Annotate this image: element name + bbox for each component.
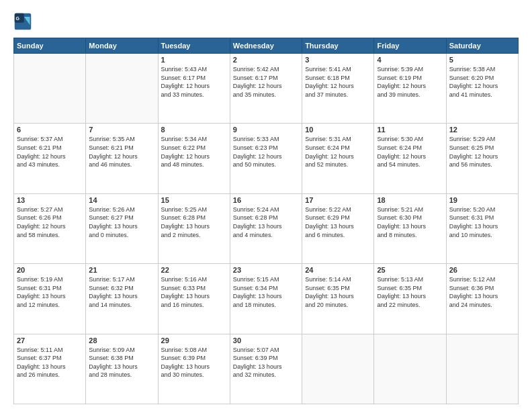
- day-number: 29: [161, 336, 227, 345]
- day-number: 1: [161, 56, 227, 64]
- day-info: Sunrise: 5:26 AM Sunset: 6:27 PM Dayligh…: [89, 205, 154, 239]
- day-number: 13: [17, 196, 83, 204]
- day-info: Sunrise: 5:12 AM Sunset: 6:36 PM Dayligh…: [449, 275, 515, 309]
- day-info: Sunrise: 5:27 AM Sunset: 6:26 PM Dayligh…: [17, 205, 83, 239]
- day-info: Sunrise: 5:19 AM Sunset: 6:31 PM Dayligh…: [17, 275, 83, 309]
- day-info: Sunrise: 5:42 AM Sunset: 6:17 PM Dayligh…: [233, 65, 299, 99]
- day-number: 20: [17, 266, 83, 274]
- day-info: Sunrise: 5:14 AM Sunset: 6:35 PM Dayligh…: [305, 275, 371, 309]
- day-info: Sunrise: 5:08 AM Sunset: 6:39 PM Dayligh…: [161, 346, 227, 379]
- day-number: 6: [17, 126, 83, 134]
- week-row-5: 27Sunrise: 5:11 AM Sunset: 6:37 PM Dayli…: [14, 334, 519, 404]
- week-row-3: 13Sunrise: 5:27 AM Sunset: 6:26 PM Dayli…: [14, 193, 519, 263]
- calendar-cell: 8Sunrise: 5:34 AM Sunset: 6:22 PM Daylig…: [158, 124, 230, 193]
- day-number: 16: [233, 196, 299, 204]
- calendar-cell: 16Sunrise: 5:24 AM Sunset: 6:28 PM Dayli…: [230, 193, 302, 263]
- day-number: 2: [233, 56, 299, 64]
- weekday-header-saturday: Saturday: [446, 38, 518, 54]
- day-info: Sunrise: 5:13 AM Sunset: 6:35 PM Dayligh…: [377, 275, 443, 309]
- calendar-cell: 2Sunrise: 5:42 AM Sunset: 6:17 PM Daylig…: [230, 54, 302, 124]
- day-number: 23: [233, 266, 299, 274]
- day-info: Sunrise: 5:16 AM Sunset: 6:33 PM Dayligh…: [161, 275, 227, 309]
- weekday-header-tuesday: Tuesday: [158, 38, 230, 54]
- calendar-cell: 9Sunrise: 5:33 AM Sunset: 6:23 PM Daylig…: [230, 124, 302, 193]
- day-number: 18: [377, 196, 443, 204]
- day-number: 27: [17, 336, 83, 345]
- day-number: 30: [233, 336, 299, 345]
- logo: G: [13, 12, 35, 31]
- calendar-cell: 19Sunrise: 5:20 AM Sunset: 6:31 PM Dayli…: [446, 193, 518, 263]
- day-number: 8: [161, 126, 227, 134]
- page: G SundayMondayTuesdayWednesdayThursdayFr…: [0, 0, 532, 411]
- calendar-cell: 25Sunrise: 5:13 AM Sunset: 6:35 PM Dayli…: [374, 264, 446, 334]
- day-info: Sunrise: 5:11 AM Sunset: 6:37 PM Dayligh…: [17, 346, 83, 379]
- day-info: Sunrise: 5:09 AM Sunset: 6:38 PM Dayligh…: [89, 346, 154, 379]
- calendar-cell: [86, 54, 158, 124]
- calendar-cell: 26Sunrise: 5:12 AM Sunset: 6:36 PM Dayli…: [446, 264, 518, 334]
- day-info: Sunrise: 5:24 AM Sunset: 6:28 PM Dayligh…: [233, 205, 299, 239]
- calendar-cell: 11Sunrise: 5:30 AM Sunset: 6:24 PM Dayli…: [374, 124, 446, 193]
- day-info: Sunrise: 5:17 AM Sunset: 6:32 PM Dayligh…: [89, 275, 154, 309]
- calendar-cell: 30Sunrise: 5:07 AM Sunset: 6:39 PM Dayli…: [230, 334, 302, 404]
- day-info: Sunrise: 5:25 AM Sunset: 6:28 PM Dayligh…: [161, 205, 227, 239]
- day-number: 10: [305, 126, 371, 134]
- calendar-cell: 21Sunrise: 5:17 AM Sunset: 6:32 PM Dayli…: [86, 264, 158, 334]
- calendar-cell: 18Sunrise: 5:21 AM Sunset: 6:30 PM Dayli…: [374, 193, 446, 263]
- day-info: Sunrise: 5:34 AM Sunset: 6:22 PM Dayligh…: [161, 135, 227, 169]
- day-info: Sunrise: 5:31 AM Sunset: 6:24 PM Dayligh…: [305, 135, 371, 169]
- calendar-table: SundayMondayTuesdayWednesdayThursdayFrid…: [13, 38, 519, 404]
- day-info: Sunrise: 5:07 AM Sunset: 6:39 PM Dayligh…: [233, 346, 299, 379]
- weekday-header-sunday: Sunday: [14, 38, 86, 54]
- day-info: Sunrise: 5:41 AM Sunset: 6:18 PM Dayligh…: [305, 65, 371, 99]
- day-info: Sunrise: 5:15 AM Sunset: 6:34 PM Dayligh…: [233, 275, 299, 309]
- day-number: 14: [89, 196, 154, 204]
- calendar-cell: 20Sunrise: 5:19 AM Sunset: 6:31 PM Dayli…: [14, 264, 86, 334]
- calendar-cell: 17Sunrise: 5:22 AM Sunset: 6:29 PM Dayli…: [302, 193, 374, 263]
- calendar-cell: 23Sunrise: 5:15 AM Sunset: 6:34 PM Dayli…: [230, 264, 302, 334]
- calendar-cell: [302, 334, 374, 404]
- calendar-cell: 27Sunrise: 5:11 AM Sunset: 6:37 PM Dayli…: [14, 334, 86, 404]
- week-row-1: 1Sunrise: 5:43 AM Sunset: 6:17 PM Daylig…: [14, 54, 519, 124]
- calendar-cell: 6Sunrise: 5:37 AM Sunset: 6:21 PM Daylig…: [14, 124, 86, 193]
- day-number: 17: [305, 196, 371, 204]
- weekday-header-friday: Friday: [374, 38, 446, 54]
- day-info: Sunrise: 5:39 AM Sunset: 6:19 PM Dayligh…: [377, 65, 443, 99]
- weekday-header-monday: Monday: [86, 38, 158, 54]
- calendar-cell: 1Sunrise: 5:43 AM Sunset: 6:17 PM Daylig…: [158, 54, 230, 124]
- day-number: 26: [449, 266, 515, 274]
- day-number: 4: [377, 56, 443, 64]
- day-info: Sunrise: 5:21 AM Sunset: 6:30 PM Dayligh…: [377, 205, 443, 239]
- calendar-cell: 10Sunrise: 5:31 AM Sunset: 6:24 PM Dayli…: [302, 124, 374, 193]
- calendar-cell: 7Sunrise: 5:35 AM Sunset: 6:21 PM Daylig…: [86, 124, 158, 193]
- calendar-cell: 28Sunrise: 5:09 AM Sunset: 6:38 PM Dayli…: [86, 334, 158, 404]
- day-info: Sunrise: 5:33 AM Sunset: 6:23 PM Dayligh…: [233, 135, 299, 169]
- day-number: 28: [89, 336, 154, 345]
- calendar-cell: 5Sunrise: 5:38 AM Sunset: 6:20 PM Daylig…: [446, 54, 518, 124]
- logo-icon: G: [13, 12, 32, 31]
- day-info: Sunrise: 5:20 AM Sunset: 6:31 PM Dayligh…: [449, 205, 515, 239]
- day-number: 19: [449, 196, 515, 204]
- svg-text:G: G: [16, 16, 20, 21]
- calendar-cell: 12Sunrise: 5:29 AM Sunset: 6:25 PM Dayli…: [446, 124, 518, 193]
- day-info: Sunrise: 5:35 AM Sunset: 6:21 PM Dayligh…: [89, 135, 154, 169]
- day-number: 25: [377, 266, 443, 274]
- weekday-header-row: SundayMondayTuesdayWednesdayThursdayFrid…: [14, 38, 519, 54]
- day-info: Sunrise: 5:29 AM Sunset: 6:25 PM Dayligh…: [449, 135, 515, 169]
- day-number: 3: [305, 56, 371, 64]
- calendar-cell: 13Sunrise: 5:27 AM Sunset: 6:26 PM Dayli…: [14, 193, 86, 263]
- weekday-header-wednesday: Wednesday: [230, 38, 302, 54]
- day-number: 9: [233, 126, 299, 134]
- calendar-cell: 3Sunrise: 5:41 AM Sunset: 6:18 PM Daylig…: [302, 54, 374, 124]
- day-info: Sunrise: 5:43 AM Sunset: 6:17 PM Dayligh…: [161, 65, 227, 99]
- calendar-cell: 4Sunrise: 5:39 AM Sunset: 6:19 PM Daylig…: [374, 54, 446, 124]
- calendar-cell: 14Sunrise: 5:26 AM Sunset: 6:27 PM Dayli…: [86, 193, 158, 263]
- day-number: 7: [89, 126, 154, 134]
- weekday-header-thursday: Thursday: [302, 38, 374, 54]
- day-number: 15: [161, 196, 227, 204]
- day-number: 21: [89, 266, 154, 274]
- calendar-cell: [374, 334, 446, 404]
- day-number: 5: [449, 56, 515, 64]
- day-info: Sunrise: 5:37 AM Sunset: 6:21 PM Dayligh…: [17, 135, 83, 169]
- day-number: 11: [377, 126, 443, 134]
- day-number: 24: [305, 266, 371, 274]
